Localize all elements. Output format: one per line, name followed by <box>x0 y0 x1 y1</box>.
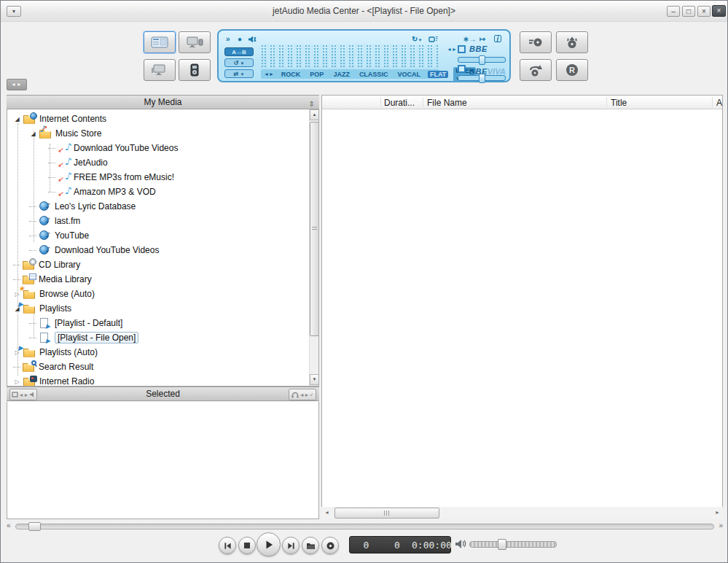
volume-slider[interactable] <box>469 541 557 548</box>
rip-disc-button[interactable] <box>520 31 552 53</box>
bbe-slider[interactable] <box>458 57 506 63</box>
minimize-button[interactable]: – <box>667 6 680 17</box>
column-duration[interactable]: Durati... <box>384 98 415 108</box>
previous-button[interactable] <box>219 537 236 554</box>
preset-jazz[interactable]: JAZZ <box>331 71 352 78</box>
lcd-display-panel: » ● A↔B ↺ ▼ ⇄ ▼ ◄► ROCK POP JAZZ CLASSIC… <box>217 29 511 82</box>
volume-icon[interactable] <box>455 539 466 549</box>
column-separator[interactable] <box>380 97 381 107</box>
video-window-button[interactable] <box>144 59 176 81</box>
seek-track[interactable] <box>15 524 714 529</box>
tree-scrollbar[interactable]: ▲ ▼ <box>309 109 318 386</box>
bbe-checkbox[interactable] <box>458 45 466 53</box>
rip-disc-icon <box>528 36 543 48</box>
scroll-down-button[interactable]: ▼ <box>310 374 319 385</box>
bbe-viva-checkbox[interactable] <box>458 65 466 73</box>
tree-item-playlists[interactable]: ◢ Playlists <box>7 301 302 316</box>
my-media-header[interactable]: My Media ⇕ <box>7 95 319 109</box>
tree-item-leos-lyric-database[interactable]: Leo's Lyric Database <box>7 199 302 214</box>
info-icon[interactable]: i <box>494 35 501 42</box>
volume-slider-thumb[interactable] <box>498 539 506 550</box>
tree-item-download-youtube-videos-2[interactable]: Download YouTube Videos <box>7 243 302 257</box>
disc-button[interactable] <box>321 537 339 554</box>
bbe-viva-slider[interactable] <box>458 75 506 81</box>
close-button[interactable]: × <box>697 6 711 17</box>
tree-item-internet-radio[interactable]: ▷ Internet Radio <box>7 374 302 387</box>
expander-icon[interactable]: ◢ <box>13 116 21 123</box>
tree-item-lastfm[interactable]: last.fm <box>7 214 302 228</box>
tree-item-media-library[interactable]: Media Library <box>7 272 302 287</box>
bbe-nav-icon[interactable]: ◄► <box>447 47 457 52</box>
folder-play-icon <box>23 346 37 359</box>
column-file-name[interactable]: File Name <box>427 98 467 108</box>
tree-item-amazon-mp3[interactable]: Amazon MP3 & VOD <box>7 185 302 199</box>
tree-item-browse-auto[interactable]: ▷ Browse (Auto) <box>7 287 302 301</box>
burn-disc-button[interactable] <box>556 31 588 53</box>
headphone-output-button[interactable]: ◄►✓ <box>289 389 316 400</box>
tree-item-playlist-file-open-selected[interactable]: [Playlist - File Open] <box>7 330 302 345</box>
play-speed-icon[interactable]: » <box>226 35 230 43</box>
column-separator[interactable] <box>606 97 607 107</box>
skin-mode-button[interactable] <box>179 31 211 53</box>
tree-stub <box>29 236 36 236</box>
repeat-mode-button[interactable]: ↺ ▼ <box>224 58 254 67</box>
tree-scrollbar-thumb[interactable] <box>310 122 319 336</box>
seek-bar[interactable]: « » <box>7 521 723 532</box>
tree-item-search-result[interactable]: Search Result <box>7 360 302 374</box>
preset-vocal[interactable]: VOCAL <box>395 71 423 78</box>
rotation-mode-icon[interactable]: ↻▼ <box>412 35 422 43</box>
tree-stub <box>29 250 36 251</box>
maximize-button[interactable]: □ <box>682 6 695 17</box>
column-separator[interactable] <box>712 97 713 107</box>
sound-effect-icon[interactable]: ∗→ <box>463 35 476 43</box>
bbe-viva-slider-thumb[interactable] <box>479 74 485 83</box>
tree-item-free-mp3s[interactable]: FREE MP3s from eMusic! <box>7 170 302 185</box>
media-center-mode-button[interactable] <box>144 31 176 53</box>
tree-item-music-store[interactable]: ◢ Music Store <box>7 126 302 141</box>
column-title[interactable]: Title <box>611 98 627 108</box>
crossfade-icon[interactable]: ↦ <box>480 35 485 43</box>
play-button[interactable] <box>257 532 281 556</box>
seek-back-icon[interactable]: « <box>7 521 11 529</box>
tree-item-label: Internet Contents <box>39 114 106 124</box>
title-bar: ▼ jetAudio Media Center - <[Playlist - F… <box>1 1 727 22</box>
scroll-left-button[interactable]: ◄ <box>321 508 332 519</box>
preset-classic[interactable]: CLASSIC <box>357 71 391 78</box>
preset-flat-active[interactable]: FLAT <box>428 71 448 78</box>
file-list-hscrollbar[interactable]: ◄ ► <box>321 507 723 519</box>
seek-thumb[interactable] <box>28 522 41 531</box>
tree-item-youtube[interactable]: YouTube <box>7 228 302 243</box>
tree-item-playlists-auto[interactable]: ▷ Playlists (Auto) <box>7 345 302 360</box>
sleep-timer-icon[interactable]: ● <box>238 35 242 43</box>
seek-forward-icon[interactable]: » <box>719 521 723 529</box>
tree-item-download-youtube-videos[interactable]: Download YouTube Videos <box>7 141 302 155</box>
column-separator[interactable] <box>423 97 423 107</box>
ab-repeat-button[interactable]: A↔B <box>224 47 254 56</box>
tree-item-internet-contents[interactable]: ◢ Internet Contents <box>7 112 302 126</box>
shuffle-mode-button[interactable]: ⇄ ▼ <box>224 69 254 78</box>
close-dark-button[interactable]: × <box>712 5 726 17</box>
mute-icon[interactable] <box>248 36 257 43</box>
repeat-icon: ↺ <box>234 60 239 66</box>
stop-button[interactable] <box>238 537 256 554</box>
portable-device-button[interactable] <box>179 59 211 81</box>
preset-nav-icon[interactable]: ◄► <box>264 71 274 77</box>
tree-item-playlist-default[interactable]: [Playlist - Default] <box>7 316 302 330</box>
expander-icon[interactable]: ◢ <box>29 131 37 137</box>
sidebar-collapse-button[interactable]: ◄► <box>7 79 27 90</box>
record-button[interactable]: R <box>556 59 588 81</box>
preset-rock[interactable]: ROCK <box>279 71 303 78</box>
column-artist[interactable]: A <box>716 98 722 108</box>
scroll-up-button[interactable]: ▲ <box>310 109 319 120</box>
hscrollbar-thumb[interactable] <box>334 508 439 519</box>
next-button[interactable] <box>282 537 300 554</box>
display-audio-toggle-button[interactable]: ◄► <box>9 389 37 400</box>
tree-item-jetaudio[interactable]: JetAudio <box>7 155 302 170</box>
preset-pop[interactable]: POP <box>308 71 326 78</box>
sound-output-icon[interactable] <box>428 36 439 43</box>
convert-button[interactable] <box>520 59 552 81</box>
scroll-right-button[interactable]: ► <box>712 508 723 519</box>
tree-item-cd-library[interactable]: CD Library <box>7 257 302 272</box>
open-file-button[interactable] <box>302 537 319 554</box>
expander-icon[interactable]: ▷ <box>13 378 21 385</box>
